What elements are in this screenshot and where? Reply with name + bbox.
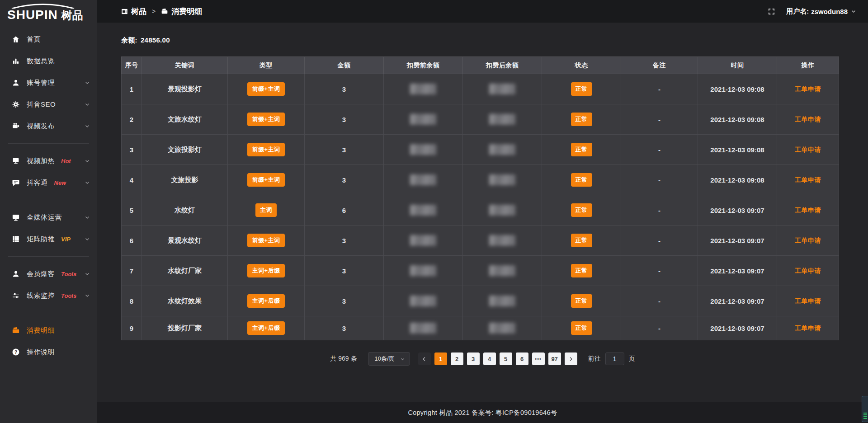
- sidebar-item-matrix-boost[interactable]: 矩阵助推VIP: [0, 228, 97, 250]
- total-count: 共 969 条: [330, 355, 357, 363]
- type-badge: 前缀+主词: [247, 113, 284, 126]
- cell-time: 2021-12-03 09:07: [698, 316, 777, 340]
- type-badge: 前缀+主词: [247, 173, 284, 187]
- page-button-4[interactable]: 4: [483, 352, 496, 365]
- sidebar-item-home[interactable]: 首页: [0, 28, 97, 50]
- cell-action: 工单申请: [777, 256, 839, 286]
- type-badge: 主词: [255, 203, 277, 217]
- balance-label: 余额:: [121, 36, 137, 44]
- ticket-request-link[interactable]: 工单申请: [795, 267, 821, 274]
- cell-type: 前缀+主词: [228, 74, 305, 104]
- column-header-4: 扣费前余额: [384, 57, 463, 74]
- sidebar-item-label: 账号管理: [27, 79, 55, 87]
- page-button-5[interactable]: 5: [500, 352, 512, 365]
- sidebar-item-douketong[interactable]: 抖客通New: [0, 172, 97, 193]
- cell-time: 2021-12-03 09:07: [698, 195, 777, 226]
- redacted-value: [410, 205, 436, 216]
- page-size-select[interactable]: 10条/页: [368, 352, 410, 366]
- cell-action: 工单申请: [777, 226, 839, 256]
- sidebar-item-consumption-detail[interactable]: 消费明细: [0, 320, 97, 341]
- next-page-button[interactable]: [565, 352, 577, 365]
- cell-time: 2021-12-03 09:07: [698, 286, 777, 316]
- type-badge: 前缀+主词: [247, 82, 284, 96]
- redacted-value: [489, 144, 515, 155]
- cell-balance-before: [384, 286, 463, 316]
- app-window-icon: [121, 8, 128, 15]
- page-button-97[interactable]: 97: [548, 352, 561, 365]
- sidebar-item-label: 全媒体运营: [27, 213, 62, 222]
- consumption-table: 序号关键词类型金额扣费前余额扣费后余额状态备注时间操作 1景观投影灯前缀+主词3…: [121, 56, 839, 340]
- type-badge: 主词+后缀: [247, 264, 284, 277]
- column-header-2: 类型: [228, 57, 305, 74]
- cell-action: 工单申请: [777, 165, 839, 195]
- cell-time: 2021-12-03 09:08: [698, 165, 777, 195]
- chevron-down-icon: [85, 102, 90, 107]
- cell-time: 2021-12-03 09:07: [698, 226, 777, 256]
- ticket-request-link[interactable]: 工单申请: [795, 176, 821, 183]
- goto-page-input[interactable]: [605, 352, 624, 365]
- cell-keyword: 文旅水纹灯: [142, 104, 228, 135]
- cell-balance-after: [463, 74, 542, 104]
- fullscreen-icon[interactable]: [768, 8, 775, 15]
- footer: Copyright 树品 2021 备案号: 粤ICP备09019646号: [97, 402, 868, 423]
- redacted-value: [489, 296, 515, 306]
- cell-balance-after: [463, 286, 542, 316]
- cell-note: -: [621, 74, 698, 104]
- status-badge: 正常: [571, 264, 592, 277]
- sidebar-item-data-overview[interactable]: 数据总览: [0, 50, 97, 72]
- cell-amount: 3: [305, 226, 384, 256]
- cell-balance-after: [463, 165, 542, 195]
- topbar-right: 用户名: zswodun88: [768, 7, 856, 16]
- table-row: 5水纹灯主词6正常-2021-12-03 09:07工单申请: [122, 195, 839, 226]
- sidebar-divider: [8, 143, 89, 144]
- page-button-1[interactable]: 1: [434, 352, 447, 365]
- ticket-request-link[interactable]: 工单申请: [795, 116, 821, 123]
- main-content: 余额:24856.00 序号关键词类型金额扣费前余额扣费后余额状态备注时间操作 …: [97, 23, 868, 423]
- goto-suffix: 页: [629, 355, 635, 363]
- sidebar-item-douyin-seo[interactable]: 抖音SEO: [0, 94, 97, 115]
- column-header-7: 备注: [621, 57, 698, 74]
- sidebar-item-video-publish[interactable]: 视频发布: [0, 115, 97, 137]
- prev-page-button[interactable]: [418, 352, 431, 365]
- type-badge: 主词+后缀: [247, 294, 284, 308]
- chevron-down-icon: [85, 180, 90, 185]
- sidebar-item-member-baoke[interactable]: 会员爆客Tools: [0, 263, 97, 285]
- cell-action: 工单申请: [777, 316, 839, 340]
- cell-note: -: [621, 104, 698, 135]
- page-button-3[interactable]: 3: [467, 352, 480, 365]
- redacted-value: [489, 265, 515, 276]
- breadcrumb-current-label: 消费明细: [171, 6, 202, 17]
- cell-index: 9: [122, 316, 142, 340]
- cell-balance-before: [384, 226, 463, 256]
- cell-index: 4: [122, 165, 142, 195]
- breadcrumb-item-home[interactable]: 树品: [121, 6, 146, 17]
- user-menu[interactable]: 用户名: zswodun88: [786, 7, 856, 16]
- page-button-2[interactable]: 2: [451, 352, 463, 365]
- column-header-3: 金额: [305, 57, 384, 74]
- ticket-request-link[interactable]: 工单申请: [795, 207, 821, 214]
- ticket-request-link[interactable]: 工单申请: [795, 237, 821, 244]
- sidebar-item-operation-guide[interactable]: ?操作说明: [0, 341, 97, 363]
- ticket-request-link[interactable]: 工单申请: [795, 85, 821, 93]
- sidebar-badge-tools: Tools: [61, 292, 76, 299]
- sidebar-item-account-manage[interactable]: 账号管理: [0, 72, 97, 94]
- status-badge: 正常: [571, 143, 592, 156]
- redacted-value: [410, 144, 436, 155]
- cell-status: 正常: [542, 195, 621, 226]
- cell-balance-after: [463, 195, 542, 226]
- redacted-value: [410, 296, 436, 306]
- chat-widget[interactable]: [862, 396, 868, 422]
- sidebar-item-media-operation[interactable]: 全媒体运营: [0, 207, 97, 228]
- cell-status: 正常: [542, 286, 621, 316]
- ticket-request-link[interactable]: 工单申请: [795, 324, 821, 332]
- sidebar-item-video-heat[interactable]: 视频加热Hot: [0, 150, 97, 172]
- chat-icon: [12, 179, 20, 187]
- cell-index: 1: [122, 74, 142, 104]
- logo-cn-text: 树品: [61, 10, 83, 21]
- ticket-request-link[interactable]: 工单申请: [795, 297, 821, 305]
- chevron-down-icon: [85, 236, 90, 242]
- sidebar-item-clue-monitor[interactable]: 线索监控Tools: [0, 285, 97, 306]
- more-pages-button[interactable]: •••: [532, 352, 545, 365]
- ticket-request-link[interactable]: 工单申请: [795, 146, 821, 153]
- page-button-6[interactable]: 6: [516, 352, 528, 365]
